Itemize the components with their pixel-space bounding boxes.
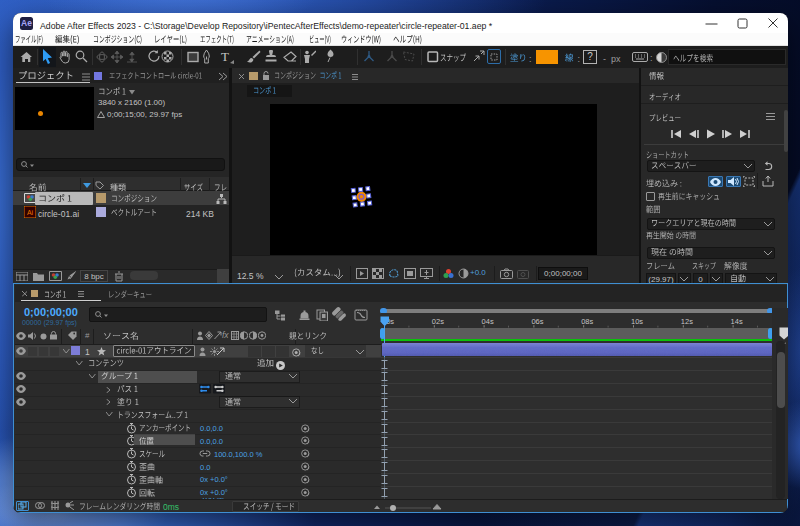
svg-text:08s: 08s bbox=[581, 317, 593, 326]
svg-text:10s: 10s bbox=[631, 317, 643, 326]
svg-text:02s: 02s bbox=[432, 317, 444, 326]
svg-text:Ai: Ai bbox=[27, 209, 34, 216]
svg-text:12s: 12s bbox=[681, 317, 693, 326]
svg-text:14s: 14s bbox=[731, 317, 743, 326]
svg-text:06s: 06s bbox=[531, 317, 543, 326]
svg-text:04s: 04s bbox=[482, 317, 494, 326]
